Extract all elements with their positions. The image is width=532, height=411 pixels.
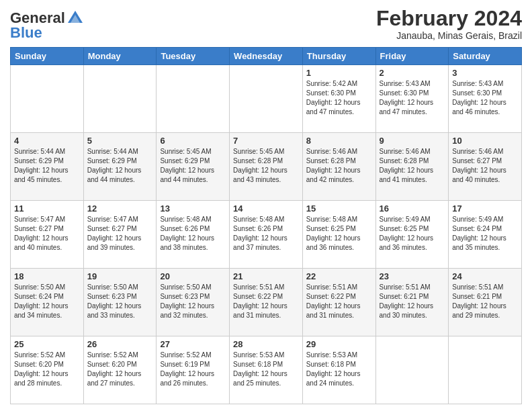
table-row: 22Sunrise: 5:51 AM Sunset: 6:22 PM Dayli… bbox=[302, 269, 375, 336]
col-saturday: Saturday bbox=[449, 48, 522, 65]
col-wednesday: Wednesday bbox=[230, 48, 303, 65]
day-number: 1 bbox=[306, 68, 372, 78]
table-row: 27Sunrise: 5:52 AM Sunset: 6:19 PM Dayli… bbox=[157, 336, 230, 404]
table-row: 26Sunrise: 5:52 AM Sunset: 6:20 PM Dayli… bbox=[83, 336, 157, 404]
day-info: Sunrise: 5:51 AM Sunset: 6:21 PM Dayligh… bbox=[380, 283, 445, 320]
day-number: 9 bbox=[380, 136, 445, 146]
table-row: 8Sunrise: 5:46 AM Sunset: 6:28 PM Daylig… bbox=[302, 133, 375, 201]
day-info: Sunrise: 5:50 AM Sunset: 6:23 PM Dayligh… bbox=[160, 283, 226, 320]
day-info: Sunrise: 5:51 AM Sunset: 6:22 PM Dayligh… bbox=[233, 283, 299, 320]
day-info: Sunrise: 5:43 AM Sunset: 6:30 PM Dayligh… bbox=[380, 79, 445, 117]
title-block: February 2024 Janauba, Minas Gerais, Bra… bbox=[376, 7, 522, 41]
table-row: 19Sunrise: 5:50 AM Sunset: 6:23 PM Dayli… bbox=[83, 269, 157, 336]
day-number: 6 bbox=[160, 136, 226, 146]
day-info: Sunrise: 5:52 AM Sunset: 6:20 PM Dayligh… bbox=[14, 351, 80, 388]
day-number: 19 bbox=[87, 271, 153, 281]
calendar-week-row: 25Sunrise: 5:52 AM Sunset: 6:20 PM Dayli… bbox=[11, 336, 522, 404]
table-row: 14Sunrise: 5:48 AM Sunset: 6:26 PM Dayli… bbox=[230, 201, 303, 269]
table-row bbox=[230, 65, 303, 133]
calendar-table: Sunday Monday Tuesday Wednesday Thursday… bbox=[10, 47, 522, 404]
day-info: Sunrise: 5:53 AM Sunset: 6:18 PM Dayligh… bbox=[306, 351, 372, 388]
day-info: Sunrise: 5:45 AM Sunset: 6:29 PM Dayligh… bbox=[160, 147, 226, 185]
day-number: 20 bbox=[160, 271, 226, 281]
table-row: 3Sunrise: 5:43 AM Sunset: 6:30 PM Daylig… bbox=[449, 65, 522, 133]
day-number: 29 bbox=[306, 339, 372, 349]
col-friday: Friday bbox=[375, 48, 449, 65]
header: General Blue February 2024 Janauba, Mina… bbox=[10, 7, 522, 42]
day-info: Sunrise: 5:48 AM Sunset: 6:26 PM Dayligh… bbox=[160, 215, 226, 253]
day-number: 22 bbox=[306, 271, 372, 281]
day-info: Sunrise: 5:47 AM Sunset: 6:27 PM Dayligh… bbox=[87, 215, 153, 253]
day-info: Sunrise: 5:46 AM Sunset: 6:28 PM Dayligh… bbox=[380, 147, 445, 185]
table-row: 23Sunrise: 5:51 AM Sunset: 6:21 PM Dayli… bbox=[375, 269, 449, 336]
calendar-title: February 2024 bbox=[376, 7, 522, 30]
day-number: 12 bbox=[87, 203, 153, 214]
page: General Blue February 2024 Janauba, Mina… bbox=[0, 0, 532, 411]
day-info: Sunrise: 5:51 AM Sunset: 6:21 PM Dayligh… bbox=[452, 283, 518, 320]
table-row: 2Sunrise: 5:43 AM Sunset: 6:30 PM Daylig… bbox=[375, 65, 449, 133]
col-thursday: Thursday bbox=[302, 48, 375, 65]
table-row: 10Sunrise: 5:46 AM Sunset: 6:27 PM Dayli… bbox=[449, 133, 522, 201]
table-row: 5Sunrise: 5:44 AM Sunset: 6:29 PM Daylig… bbox=[83, 133, 157, 201]
table-row: 20Sunrise: 5:50 AM Sunset: 6:23 PM Dayli… bbox=[157, 269, 230, 336]
day-number: 4 bbox=[14, 136, 80, 146]
day-info: Sunrise: 5:48 AM Sunset: 6:25 PM Dayligh… bbox=[306, 215, 372, 253]
day-info: Sunrise: 5:50 AM Sunset: 6:23 PM Dayligh… bbox=[87, 283, 153, 320]
table-row: 4Sunrise: 5:44 AM Sunset: 6:29 PM Daylig… bbox=[11, 133, 84, 201]
table-row: 6Sunrise: 5:45 AM Sunset: 6:29 PM Daylig… bbox=[157, 133, 230, 201]
day-number: 21 bbox=[233, 271, 299, 281]
day-number: 11 bbox=[14, 203, 80, 214]
calendar-week-row: 11Sunrise: 5:47 AM Sunset: 6:27 PM Dayli… bbox=[11, 201, 522, 269]
day-info: Sunrise: 5:51 AM Sunset: 6:22 PM Dayligh… bbox=[306, 283, 372, 320]
calendar-week-row: 4Sunrise: 5:44 AM Sunset: 6:29 PM Daylig… bbox=[11, 133, 522, 201]
table-row: 12Sunrise: 5:47 AM Sunset: 6:27 PM Dayli… bbox=[83, 201, 157, 269]
day-number: 27 bbox=[160, 339, 226, 349]
day-info: Sunrise: 5:45 AM Sunset: 6:28 PM Dayligh… bbox=[233, 147, 299, 185]
logo: General Blue bbox=[10, 9, 84, 42]
day-info: Sunrise: 5:49 AM Sunset: 6:25 PM Dayligh… bbox=[380, 215, 445, 253]
table-row: 9Sunrise: 5:46 AM Sunset: 6:28 PM Daylig… bbox=[375, 133, 449, 201]
day-number: 23 bbox=[380, 271, 445, 281]
table-row: 29Sunrise: 5:53 AM Sunset: 6:18 PM Dayli… bbox=[302, 336, 375, 404]
day-info: Sunrise: 5:52 AM Sunset: 6:20 PM Dayligh… bbox=[87, 351, 153, 388]
day-info: Sunrise: 5:42 AM Sunset: 6:30 PM Dayligh… bbox=[306, 79, 372, 117]
table-row bbox=[11, 65, 84, 133]
table-row: 28Sunrise: 5:53 AM Sunset: 6:18 PM Dayli… bbox=[230, 336, 303, 404]
day-number: 25 bbox=[14, 339, 80, 349]
day-number: 14 bbox=[233, 203, 299, 214]
table-row bbox=[157, 65, 230, 133]
day-info: Sunrise: 5:46 AM Sunset: 6:27 PM Dayligh… bbox=[452, 147, 518, 185]
table-row: 21Sunrise: 5:51 AM Sunset: 6:22 PM Dayli… bbox=[230, 269, 303, 336]
table-row bbox=[375, 336, 449, 404]
day-number: 26 bbox=[87, 339, 153, 349]
table-row: 7Sunrise: 5:45 AM Sunset: 6:28 PM Daylig… bbox=[230, 133, 303, 201]
table-row: 16Sunrise: 5:49 AM Sunset: 6:25 PM Dayli… bbox=[375, 201, 449, 269]
day-info: Sunrise: 5:46 AM Sunset: 6:28 PM Dayligh… bbox=[306, 147, 372, 185]
day-info: Sunrise: 5:49 AM Sunset: 6:24 PM Dayligh… bbox=[452, 215, 518, 253]
col-tuesday: Tuesday bbox=[157, 48, 230, 65]
day-number: 2 bbox=[380, 68, 445, 78]
logo-icon bbox=[66, 9, 84, 27]
calendar-week-row: 18Sunrise: 5:50 AM Sunset: 6:24 PM Dayli… bbox=[11, 269, 522, 336]
day-number: 10 bbox=[452, 136, 518, 146]
table-row bbox=[449, 336, 522, 404]
day-number: 13 bbox=[160, 203, 226, 214]
calendar-subtitle: Janauba, Minas Gerais, Brazil bbox=[376, 30, 522, 41]
table-row: 13Sunrise: 5:48 AM Sunset: 6:26 PM Dayli… bbox=[157, 201, 230, 269]
day-number: 16 bbox=[380, 203, 445, 214]
day-number: 5 bbox=[87, 136, 153, 146]
day-info: Sunrise: 5:47 AM Sunset: 6:27 PM Dayligh… bbox=[14, 215, 80, 253]
day-info: Sunrise: 5:53 AM Sunset: 6:18 PM Dayligh… bbox=[233, 351, 299, 388]
table-row: 24Sunrise: 5:51 AM Sunset: 6:21 PM Dayli… bbox=[449, 269, 522, 336]
day-info: Sunrise: 5:50 AM Sunset: 6:24 PM Dayligh… bbox=[14, 283, 80, 320]
day-info: Sunrise: 5:52 AM Sunset: 6:19 PM Dayligh… bbox=[160, 351, 226, 388]
table-row: 15Sunrise: 5:48 AM Sunset: 6:25 PM Dayli… bbox=[302, 201, 375, 269]
day-number: 28 bbox=[233, 339, 299, 349]
day-info: Sunrise: 5:44 AM Sunset: 6:29 PM Dayligh… bbox=[87, 147, 153, 185]
day-info: Sunrise: 5:48 AM Sunset: 6:26 PM Dayligh… bbox=[233, 215, 299, 253]
table-row: 17Sunrise: 5:49 AM Sunset: 6:24 PM Dayli… bbox=[449, 201, 522, 269]
calendar-week-row: 1Sunrise: 5:42 AM Sunset: 6:30 PM Daylig… bbox=[11, 65, 522, 133]
table-row: 1Sunrise: 5:42 AM Sunset: 6:30 PM Daylig… bbox=[302, 65, 375, 133]
day-number: 7 bbox=[233, 136, 299, 146]
day-number: 3 bbox=[452, 68, 518, 78]
